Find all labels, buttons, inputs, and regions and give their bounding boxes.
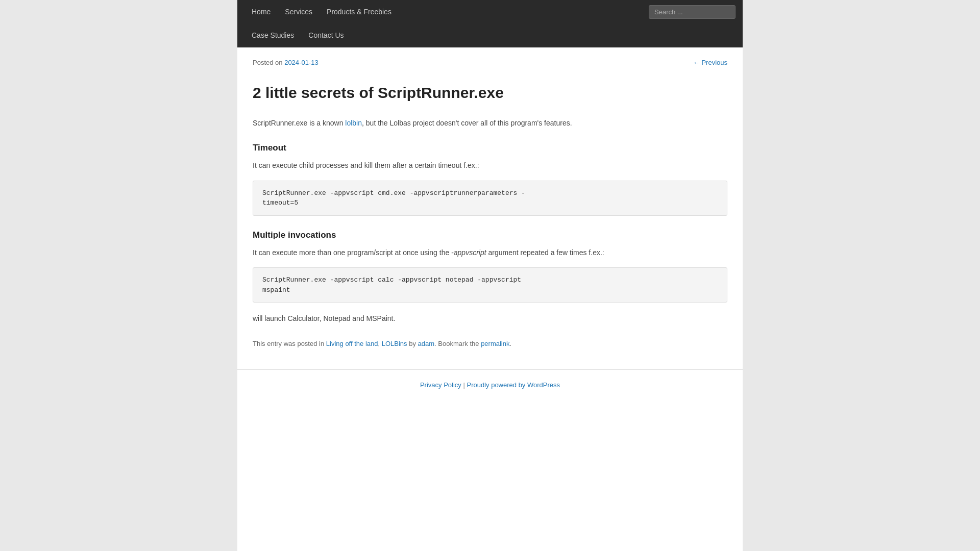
site-header: Home Services Products & Freebies Case S… <box>237 0 743 47</box>
section2-body2: argument repeated a few times f.ex.: <box>486 248 604 257</box>
intro-paragraph: ScriptRunner.exe is a known lolbin, but … <box>253 117 727 129</box>
search-input[interactable] <box>649 5 736 19</box>
intro-text: ScriptRunner.exe is a known <box>253 119 345 127</box>
footer-cat1-link[interactable]: Living off the land <box>326 340 378 347</box>
footer-permalink-link[interactable]: permalink <box>481 340 509 347</box>
main-content: Posted on 2024-01-13 ← Previous 2 little… <box>237 47 743 370</box>
section-timeout-body: It can execute child processes and kill … <box>253 160 727 171</box>
nav-row-2: Case Studies Contact Us <box>244 23 351 47</box>
nav-contact-us[interactable]: Contact Us <box>301 23 351 47</box>
nav-row-1: Home Services Products & Freebies <box>244 0 736 23</box>
footer-cat-sep: , <box>378 340 381 347</box>
footer-separator: | <box>461 381 467 389</box>
post-date-link[interactable]: 2024-01-13 <box>284 59 318 66</box>
code-block-2: ScriptRunner.exe -appvscript calc -appvs… <box>253 267 727 303</box>
nav-left: Home Services Products & Freebies <box>244 0 399 23</box>
post-body: ScriptRunner.exe is a known lolbin, but … <box>253 117 727 324</box>
post-footer: This entry was posted in Living off the … <box>253 339 727 349</box>
footer-end: . <box>509 340 511 347</box>
section2-body1: It can execute more than one program/scr… <box>253 248 451 257</box>
privacy-policy-link[interactable]: Privacy Policy <box>420 381 461 389</box>
primary-nav: Home Services Products & Freebies Case S… <box>237 0 743 47</box>
post-prev-link[interactable]: ← Previous <box>693 59 727 66</box>
section-multiple-body: It can execute more than one program/scr… <box>253 247 727 258</box>
section-timeout-heading: Timeout <box>253 141 727 155</box>
post-nav: ← Previous <box>693 58 727 68</box>
site-wrapper: Home Services Products & Freebies Case S… <box>237 0 743 551</box>
search-form <box>649 5 736 19</box>
section-multiple-conclusion: will launch Calculator, Notepad and MSPa… <box>253 313 727 324</box>
intro-rest: , but the Lolbas project doesn't cover a… <box>362 119 572 127</box>
post-date: Posted on 2024-01-13 <box>253 58 318 68</box>
post-title: 2 little secrets of ScriptRunner.exe <box>253 84 727 102</box>
powered-by-link[interactable]: Proudly powered by WordPress <box>467 381 560 389</box>
footer-bookmark: . Bookmark the <box>434 340 481 347</box>
footer-by: by <box>407 340 418 347</box>
footer-prefix: This entry was posted in <box>253 340 326 347</box>
post-meta-bar: Posted on 2024-01-13 ← Previous <box>253 58 727 68</box>
section-multiple-heading: Multiple invocations <box>253 228 727 242</box>
nav-case-studies[interactable]: Case Studies <box>244 23 301 47</box>
nav-products-freebies[interactable]: Products & Freebies <box>320 0 399 23</box>
nav-services[interactable]: Services <box>278 0 320 23</box>
footer-author-link[interactable]: adam <box>418 340 435 347</box>
lolbin-link[interactable]: lolbin <box>345 119 362 127</box>
appvscript-italic: -appvscript <box>451 248 486 257</box>
nav-home[interactable]: Home <box>244 0 278 23</box>
code-block-1: ScriptRunner.exe -appvscript cmd.exe -ap… <box>253 181 727 216</box>
footer-cat2-link[interactable]: LOLBins <box>382 340 407 347</box>
site-footer: Privacy Policy | Proudly powered by Word… <box>237 369 743 401</box>
